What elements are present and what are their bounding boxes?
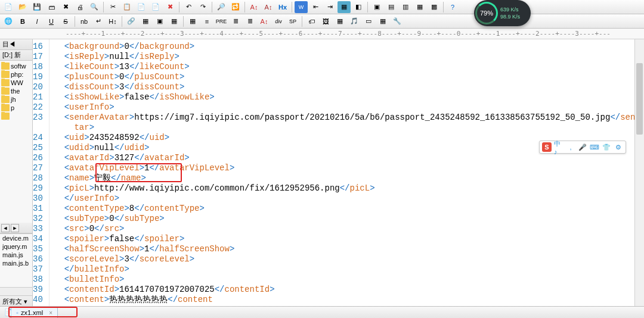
tb-list2-icon[interactable]: ≣ — [243, 15, 256, 27]
tb-rect-icon[interactable]: ▭ — [362, 15, 375, 27]
ime-skin-icon[interactable]: 👕 — [602, 142, 611, 152]
tree-item[interactable]: php: — [0, 70, 32, 79]
tb-paste-icon[interactable]: 📄 — [135, 1, 148, 13]
tb-panel5-icon[interactable]: ▩ — [428, 1, 441, 13]
ime-toolbar[interactable]: S 中 ♪ , 🎤 ⌨ 👕 ⚙ — [539, 141, 626, 154]
tb-fontsize-icon[interactable]: A↕ — [247, 1, 261, 13]
editor-scrollbar-vertical[interactable] — [634, 39, 644, 306]
tab-list-icon[interactable]: 📄 — [2, 307, 15, 319]
recent-file-item[interactable]: device.m — [0, 234, 32, 242]
ime-voice-icon[interactable]: 🎤 — [578, 142, 587, 152]
tb-saveall-icon[interactable]: 🗃 — [45, 1, 58, 13]
tb-audio-icon[interactable]: 🎵 — [348, 15, 361, 27]
tb-indent-r-icon[interactable]: ⇥ — [323, 1, 336, 13]
tb-italic-button[interactable]: I — [30, 15, 44, 27]
sidebar-tree: softwphp:WWthejhp — [0, 61, 32, 223]
tree-item[interactable]: jh — [0, 95, 32, 104]
tab-active[interactable]: ◦ zx1.xml × — [11, 307, 58, 318]
sidebar-header-icon: 目◀ — [2, 40, 16, 49]
tb-link-icon[interactable]: 🔗 — [125, 15, 138, 27]
tree-label: php: — [11, 71, 23, 78]
tb-highlight-icon[interactable]: ▦ — [338, 1, 351, 13]
tb-preview-icon[interactable]: 🔍 — [88, 1, 101, 13]
tb-align-icon[interactable]: ≡ — [200, 15, 213, 27]
tb-print-icon[interactable]: 🖨 — [73, 1, 86, 13]
tb-comment-icon[interactable]: ◧ — [352, 1, 365, 13]
tb-cut-icon[interactable]: ✂ — [106, 1, 119, 13]
tb-panel3-icon[interactable]: ▥ — [399, 1, 412, 13]
tb-find-icon[interactable]: 🔎 — [215, 1, 228, 13]
tb-close-icon[interactable]: ✖ — [59, 1, 72, 13]
tree-item[interactable]: softw — [0, 62, 32, 70]
tb-new-icon[interactable]: 📄 — [2, 1, 15, 13]
tb-save-icon[interactable]: 💾 — [30, 1, 44, 13]
ime-settings-icon[interactable]: ⚙ — [614, 142, 623, 152]
sidebar-scrollbar[interactable] — [0, 287, 32, 295]
column-ruler: ----+----1----+----2----+----3----+----4… — [0, 29, 644, 39]
ime-keyboard-icon[interactable]: ⌨ — [590, 142, 599, 152]
tb-sp-button[interactable]: SP — [286, 15, 299, 27]
sidebar-header-1[interactable]: 目◀ — [0, 39, 32, 50]
ime-lang-button[interactable]: 中 ♪ — [554, 142, 564, 152]
tb-panel2-icon[interactable]: ▤ — [385, 1, 398, 13]
tb-word-icon[interactable]: W — [295, 1, 308, 13]
nav-fwd-button[interactable]: ► — [11, 224, 19, 232]
tb-browser-icon[interactable]: 🌐 — [2, 15, 15, 27]
folder-icon — [1, 71, 10, 78]
recent-file-item[interactable]: main.js — [0, 251, 32, 259]
performance-widget[interactable]: 79% 639 K/s 98.9 K/s — [474, 0, 531, 26]
code-editor[interactable]: 1617181920212223242526272829303132333435… — [33, 39, 644, 306]
tab-close-button[interactable]: × — [49, 310, 52, 316]
recent-file-item[interactable]: main.js.b — [0, 259, 32, 267]
tb-bold-button[interactable]: B — [16, 15, 29, 27]
tb-table2-icon[interactable]: ▣ — [153, 15, 166, 27]
tb-para-icon[interactable]: ▦ — [186, 15, 199, 27]
separator — [183, 16, 184, 27]
tb-paste2-icon[interactable]: 📄 — [149, 1, 162, 13]
ime-punct-button[interactable]: , — [566, 142, 575, 152]
tb-nb-button[interactable]: nb — [78, 15, 91, 27]
tb-font-icon[interactable]: A↕ — [262, 1, 275, 13]
tb-table3-icon[interactable]: ▦ — [168, 15, 181, 27]
tb-image-icon[interactable]: 🖼 — [319, 15, 332, 27]
nav-back-button[interactable]: ◄ — [1, 224, 10, 232]
sidebar-path[interactable]: [D:] 新 — [0, 50, 32, 61]
sidebar-filter[interactable]: 所有文 ▾ — [0, 295, 32, 306]
tb-copy-icon[interactable]: 📋 — [120, 1, 134, 13]
tb-hx-icon[interactable]: Hx — [276, 1, 289, 13]
tb-indent-l-icon[interactable]: ⇤ — [309, 1, 322, 13]
tb-grid-icon[interactable]: ▦ — [333, 15, 346, 27]
tree-item[interactable] — [0, 112, 32, 120]
scrollbar-thumb[interactable] — [636, 63, 643, 135]
sidebar-nav: ◄ ► — [0, 223, 32, 233]
tb-tag-icon[interactable]: 🏷 — [305, 15, 318, 27]
tree-item[interactable]: the — [0, 87, 32, 95]
folder-icon — [1, 113, 10, 120]
tb-tool-icon[interactable]: 🔧 — [391, 15, 404, 27]
code-content[interactable]: <background>0</background> <isReply>null… — [49, 39, 644, 306]
tb-replace-icon[interactable]: 🔁 — [229, 1, 242, 13]
tab-bar: 📄 ◦ zx1.xml × — [0, 306, 644, 318]
tb-div-button[interactable]: div — [272, 15, 285, 27]
tb-panel4-icon[interactable]: ▦ — [413, 1, 426, 13]
separator — [244, 2, 245, 13]
tb-list1-icon[interactable]: ≣ — [229, 15, 242, 27]
tb-redo-icon[interactable]: ↷ — [196, 1, 209, 13]
tb-panel1-icon[interactable]: ▣ — [370, 1, 383, 13]
tb-help-icon[interactable]: ? — [446, 1, 459, 13]
ime-logo-icon[interactable]: S — [542, 142, 552, 152]
tb-strike-button[interactable]: S — [59, 15, 72, 27]
tb-acolor-icon[interactable]: A↕ — [258, 15, 271, 27]
tb-heading-icon[interactable]: H↕ — [106, 15, 119, 27]
tb-table1-icon[interactable]: ▦ — [139, 15, 152, 27]
recent-file-item[interactable]: jquery.m — [0, 242, 32, 251]
tb-undo-icon[interactable]: ↶ — [182, 1, 195, 13]
tb-pre-button[interactable]: PRE — [215, 15, 228, 27]
tb-open-icon[interactable]: 📂 — [16, 1, 29, 13]
tree-item[interactable]: p — [0, 104, 32, 112]
tree-item[interactable]: WW — [0, 79, 32, 87]
tb-delete-icon[interactable]: ✖ — [163, 1, 177, 13]
tb-br-icon[interactable]: ↵ — [92, 15, 105, 27]
tb-table4-icon[interactable]: ▦ — [376, 15, 389, 27]
tb-underline-button[interactable]: U — [45, 15, 58, 27]
